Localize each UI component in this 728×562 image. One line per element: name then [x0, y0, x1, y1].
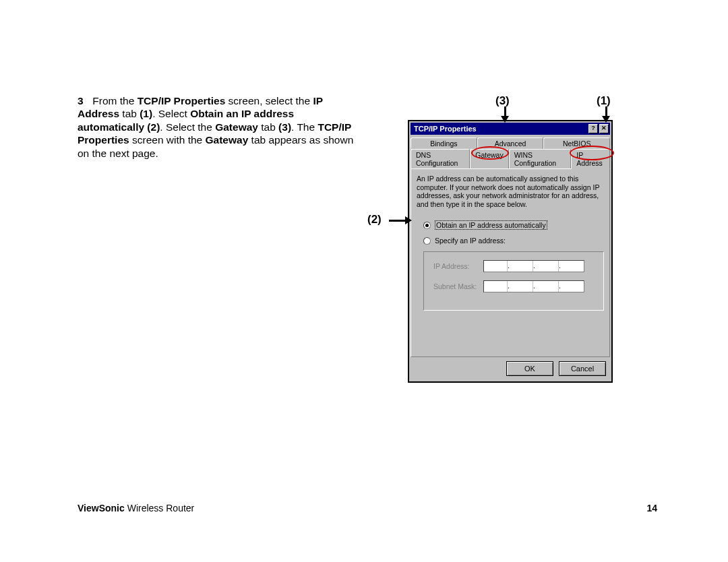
tab-gateway[interactable]: Gateway	[470, 149, 508, 168]
tab-netbios[interactable]: NetBIOS	[543, 137, 610, 149]
instruction-paragraph: 3 From the TCP/IP Properties screen, sel…	[78, 94, 401, 160]
instr-bold-1: TCP/IP Properties	[138, 95, 226, 106]
content-row: 3 From the TCP/IP Properties screen, sel…	[78, 94, 657, 383]
callout-2: (2)	[367, 213, 382, 226]
tab-wins-configuration[interactable]: WINS Configuration	[509, 149, 572, 168]
tab-row-top: Bindings Advanced NetBIOS	[411, 137, 610, 149]
footer-left: ViewSonic Wireless Router	[78, 503, 194, 513]
dialog-title: TCP/IP Properties	[412, 125, 587, 133]
tab-dns-configuration[interactable]: DNS Configuration	[411, 149, 470, 168]
arrow-right-2	[405, 216, 412, 224]
instr-bold-3: (1)	[140, 108, 152, 119]
tcpip-dialog: TCP/IP Properties ? ✕ Bindings Advanced …	[409, 121, 611, 381]
instr-text-2: screen, select the	[225, 95, 313, 106]
instr-text-6: tab	[258, 121, 278, 133]
ip-description: An IP address can be automatically assig…	[417, 175, 604, 208]
tab-strip: Bindings Advanced NetBIOS DNS Configurat…	[411, 137, 610, 357]
ok-button[interactable]: OK	[506, 361, 553, 376]
cancel-button[interactable]: Cancel	[559, 361, 606, 376]
dialog-button-row: OK Cancel	[411, 357, 610, 380]
instr-bold-5: Gateway	[215, 121, 258, 133]
ip-address-label: IP Address:	[433, 262, 483, 270]
instr-bold-6: (3)	[278, 121, 291, 133]
instr-text-1: From the	[92, 95, 137, 106]
radio-specify[interactable]	[423, 237, 431, 245]
arrow-down-1	[602, 116, 610, 123]
screenshot-area: (3) (1) (2) TCP/IP Properties ? ✕	[401, 94, 657, 383]
instr-text-3: tab	[119, 108, 140, 119]
ip-address-row: IP Address: ...	[433, 260, 597, 272]
tab-ip-address[interactable]: IP Address	[571, 149, 610, 169]
titlebar: TCP/IP Properties ? ✕	[411, 123, 610, 135]
radio-specify-label: Specify an IP address:	[435, 237, 506, 245]
arrow-down-3	[501, 116, 509, 123]
help-button[interactable]: ?	[588, 124, 598, 133]
callout-1: (1)	[597, 94, 611, 108]
page-number: 14	[646, 503, 657, 513]
subnet-mask-row: Subnet Mask: ...	[433, 280, 597, 292]
tab-bindings[interactable]: Bindings	[411, 137, 477, 149]
radio-group: Obtain an IP address automatically Speci…	[417, 220, 604, 311]
callout-3: (3)	[495, 94, 510, 108]
instr-text-7: . The	[291, 121, 317, 133]
step-number: 3	[78, 94, 90, 107]
subnet-mask-field[interactable]: ...	[483, 280, 584, 292]
radio-specify-row[interactable]: Specify an IP address:	[423, 237, 604, 245]
footer-brand: ViewSonic	[78, 503, 125, 513]
manual-page: 3 From the TCP/IP Properties screen, sel…	[0, 0, 728, 562]
instr-text-5: . Select the	[160, 121, 215, 133]
tab-advanced[interactable]: Advanced	[477, 137, 544, 149]
ip-address-field[interactable]: ...	[483, 260, 584, 272]
instr-text-8: screen with the	[129, 134, 206, 146]
page-footer: ViewSonic Wireless Router 14	[78, 503, 657, 513]
instr-text-4: . Select	[152, 108, 190, 119]
subnet-mask-label: Subnet Mask:	[433, 282, 483, 290]
dialog-border: TCP/IP Properties ? ✕ Bindings Advanced …	[408, 120, 613, 383]
tab-row-bottom: DNS Configuration Gateway WINS Configura…	[411, 149, 610, 168]
radio-auto-row[interactable]: Obtain an IP address automatically	[423, 220, 604, 230]
instr-bold-8: Gateway	[206, 134, 249, 146]
footer-product: Wireless Router	[125, 503, 194, 513]
close-button[interactable]: ✕	[599, 124, 609, 133]
radio-auto[interactable]	[423, 222, 431, 229]
radio-auto-label: Obtain an IP address automatically	[435, 220, 547, 230]
ip-fields-panel: IP Address: ... Subnet Mask: ...	[423, 251, 604, 311]
tab-panel: An IP address can be automatically assig…	[411, 168, 610, 357]
